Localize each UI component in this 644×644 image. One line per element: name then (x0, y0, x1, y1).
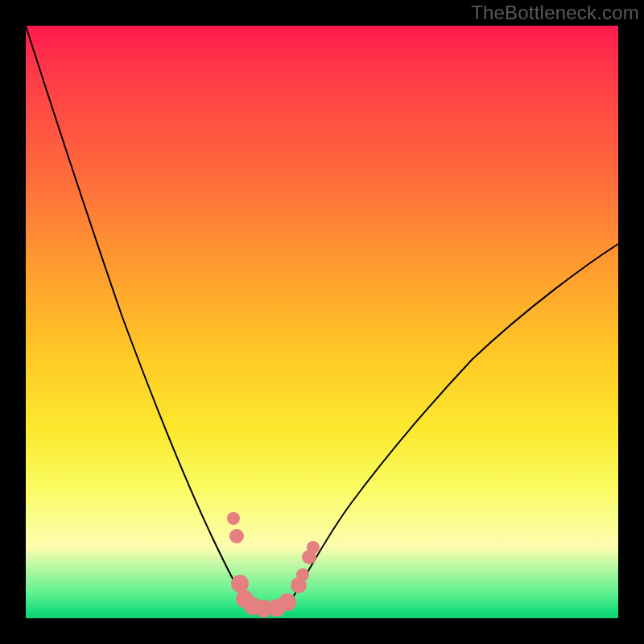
marker (227, 512, 240, 525)
marker-cluster (227, 512, 320, 617)
left-curve (26, 26, 245, 600)
marker (231, 575, 249, 592)
marker (229, 529, 244, 543)
marker (279, 593, 296, 611)
watermark-text: TheBottleneck.com (471, 2, 639, 24)
plot-area (26, 26, 618, 618)
right-curve (291, 244, 618, 600)
chart-frame: TheBottleneck.com (0, 0, 644, 644)
marker (296, 568, 309, 581)
marker (307, 541, 320, 554)
curve-overlay (26, 26, 618, 618)
